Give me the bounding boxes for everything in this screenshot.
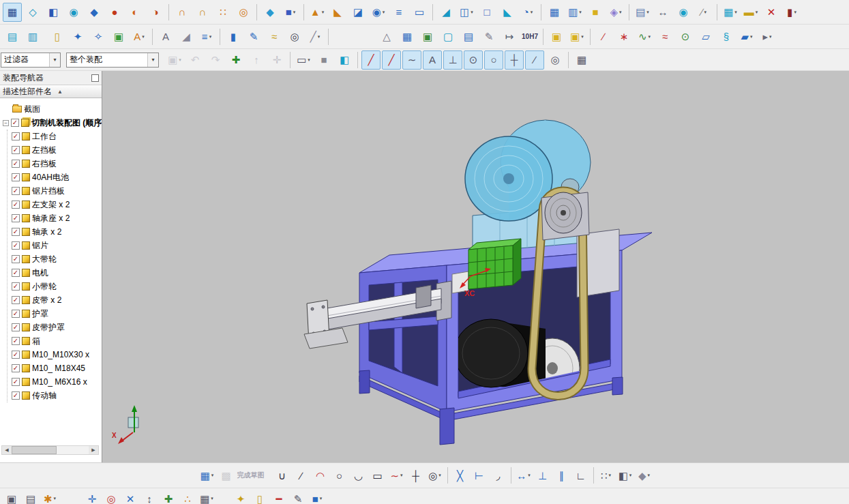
window-layout-button[interactable]: ▣ <box>3 490 20 504</box>
node-cluster-button[interactable]: ∴ <box>179 490 196 504</box>
mirror-curve-button[interactable]: ◧▾ <box>616 466 634 484</box>
helix-3d-button[interactable]: § <box>717 27 736 46</box>
feature-group-button[interactable]: ▮▾ <box>782 3 801 22</box>
hole-button[interactable]: ◉▾ <box>369 3 388 22</box>
datum-axis-button[interactable]: ∕▾ <box>694 3 713 22</box>
snap-perpendicular-button[interactable]: ⊥ <box>443 50 462 70</box>
tree-item-component[interactable]: ✓ 传动轴 <box>8 389 102 402</box>
remove-item-button[interactable]: ━ <box>270 490 288 504</box>
studio-spline-button[interactable]: ≈ <box>655 27 674 46</box>
drum-face[interactable] <box>454 319 528 387</box>
tube-button[interactable]: ◎ <box>234 3 253 22</box>
tree-item-component[interactable]: ✓ 大带轮 <box>8 252 102 266</box>
tree-item-component[interactable]: ✓ M10_ M6X16 x <box>8 375 102 389</box>
rectangle-lasso-button[interactable]: ▭▾ <box>294 50 313 70</box>
swept-button[interactable]: ∩ <box>173 3 192 22</box>
point-cloud-button[interactable]: ∗ <box>614 27 634 46</box>
scroll-track[interactable] <box>12 446 89 454</box>
tree-item-component[interactable]: ✓ 右挡板 <box>8 157 102 171</box>
visibility-checkbox[interactable]: ✓ <box>12 391 20 400</box>
dropdown-arrow-icon[interactable]: ▾ <box>648 473 651 478</box>
dropdown-arrow-icon[interactable]: ▾ <box>209 34 212 40</box>
pattern-cluster-button[interactable]: ∷ <box>213 3 233 22</box>
snap-endpoint-button[interactable]: ╱ <box>382 50 401 70</box>
intersect-button[interactable]: ◑ <box>146 3 165 22</box>
navigator-hscrollbar[interactable]: ◀ ▶ <box>1 445 99 455</box>
sort-ascending-icon[interactable]: ▲ <box>57 89 63 95</box>
add-selection-button[interactable]: ✚ <box>226 50 245 70</box>
assembly-cut-button[interactable]: ■ <box>586 3 605 22</box>
view-triad[interactable]: X <box>112 405 138 444</box>
arc-3-point-button[interactable]: ◡ <box>350 466 368 484</box>
dropdown-arrow-icon[interactable]: ▾ <box>54 496 57 501</box>
visibility-checkbox[interactable]: ✓ <box>11 119 19 127</box>
graphics-viewport[interactable]: XC X <box>102 71 849 462</box>
scroll-right-button[interactable]: ▶ <box>89 446 98 454</box>
dropdown-arrow-icon[interactable]: ▾ <box>438 473 441 478</box>
visibility-checkbox[interactable]: ✓ <box>12 337 20 345</box>
visibility-checkbox[interactable]: ✓ <box>12 269 20 277</box>
four-point-surface-button[interactable]: ▱ <box>696 27 715 46</box>
dropdown-arrow-icon[interactable]: ▾ <box>383 10 385 15</box>
tree-item-component[interactable]: ✓ 护罩 <box>8 307 102 321</box>
pattern-curve-button[interactable]: ∷▾ <box>597 466 615 484</box>
offset-curve-button[interactable]: ◎▾ <box>426 466 444 484</box>
dropdown-arrow-icon[interactable]: ▾ <box>531 10 533 15</box>
sheet-body-button[interactable]: ▬▾ <box>741 3 760 22</box>
dropdown-arrow-icon[interactable]: ▾ <box>293 10 296 15</box>
annotation-label-button[interactable]: A▾ <box>130 27 149 46</box>
memo-note-button[interactable]: ▯ <box>251 490 269 504</box>
slot-button[interactable]: ▭ <box>410 3 429 22</box>
dropdown-arrow-icon[interactable]: ▾ <box>318 34 321 40</box>
dropdown-arrow-icon[interactable]: ▾ <box>211 473 214 478</box>
navigator-column-header[interactable]: 描述性部件名 ▲ <box>0 85 102 98</box>
fillet-sketch-button[interactable]: ◞ <box>490 466 507 484</box>
dropdown-arrow-icon[interactable]: ▾ <box>609 473 612 478</box>
orient-cube-button[interactable]: ◧ <box>335 50 354 70</box>
shaded-display-button[interactable]: ■ <box>314 50 333 70</box>
dropdown-arrow-icon[interactable]: ▾ <box>322 10 325 15</box>
edit-annotation-button[interactable]: ✎ <box>479 27 498 46</box>
key-lock-button[interactable]: ✦ <box>232 490 250 504</box>
tree-item-component[interactable]: ✓ 轴承座 x 2 <box>8 211 102 225</box>
dropdown-arrow-icon[interactable]: ▾ <box>142 34 145 40</box>
chamfer-button[interactable]: ◣ <box>498 3 517 22</box>
tree-item-component[interactable]: ✓ 锯片 <box>8 239 102 252</box>
x-axis-tool-button[interactable]: ✕ <box>121 490 139 504</box>
dropdown-arrow-icon[interactable]: ▾ <box>756 10 758 15</box>
ordinate-dimension-button[interactable]: ↦ <box>500 27 519 46</box>
view-list-button[interactable]: ▤ <box>22 490 40 504</box>
visibility-checkbox[interactable]: ✓ <box>12 310 20 318</box>
circle-button[interactable]: ○ <box>331 466 348 484</box>
visibility-checkbox[interactable]: ✓ <box>12 146 20 154</box>
visibility-checkbox[interactable]: ✓ <box>12 296 20 304</box>
rectangle-button[interactable]: ▭ <box>369 466 387 484</box>
profile-button[interactable]: ∪ <box>273 466 291 484</box>
dropdown-arrow-icon[interactable]: ▾ <box>179 57 181 63</box>
csys-target-button[interactable]: ◎ <box>102 490 120 504</box>
quick-trim-button[interactable]: ╳ <box>451 466 469 484</box>
solid-block-button[interactable]: ■▾ <box>308 490 326 504</box>
dropdown-arrow-icon[interactable]: ▾ <box>471 10 473 15</box>
thread-button[interactable]: ≡ <box>389 3 408 22</box>
dropdown-arrow-icon[interactable]: ▾ <box>400 473 403 478</box>
visibility-checkbox[interactable]: ✓ <box>12 201 20 209</box>
line-point-button[interactable]: ∕ <box>594 27 613 46</box>
measure-ruler-button[interactable]: ▮ <box>224 27 243 46</box>
dropdown-arrow-icon[interactable]: ▾ <box>320 496 323 501</box>
surface-mesh-button[interactable]: ▦▾ <box>721 3 740 22</box>
dropdown-arrow-icon[interactable]: ▾ <box>704 10 707 15</box>
snap-arc-center-button[interactable]: ⊙ <box>464 50 483 70</box>
datum-plane-button[interactable]: ◇ <box>23 3 42 22</box>
draft-angle-button[interactable]: ◢ <box>177 27 196 46</box>
style-pen-button[interactable]: ✎ <box>244 27 263 46</box>
snap-quadrant-button[interactable]: ○ <box>484 50 503 70</box>
tree-item-component[interactable]: ✓ 皮带护罩 <box>8 321 102 334</box>
boss-button[interactable]: ▲▾ <box>308 3 327 22</box>
section-plane-button[interactable]: ╱▾ <box>306 27 325 46</box>
selection-type-filter-combo[interactable]: 过滤器 ▾ <box>1 53 61 68</box>
torus-button[interactable]: ◎ <box>285 27 304 46</box>
visibility-checkbox[interactable]: ✓ <box>12 351 20 359</box>
annotate-pen-button[interactable]: ✎ <box>289 490 307 504</box>
tree-item-component[interactable]: ✓ M10_ M18X45 <box>8 361 102 375</box>
